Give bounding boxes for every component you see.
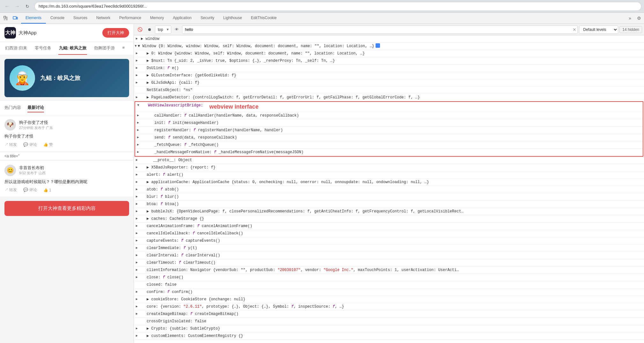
hot-tab-1[interactable]: 热门内容: [4, 104, 21, 112]
expand-atob-icon[interactable]: ▶: [136, 187, 138, 192]
tab-lighthouse[interactable]: Lighthouse: [219, 13, 246, 24]
expand-custom-elements-icon[interactable]: ▶: [136, 333, 138, 338]
expand-clear-immediate-icon[interactable]: ▶: [136, 246, 138, 250]
console-line-caches[interactable]: ▶ ▶ caches: CacheStorage {}: [134, 215, 644, 223]
expand-dsulnk-icon[interactable]: ▶: [136, 66, 138, 70]
device-toggle-icon[interactable]: [11, 14, 20, 23]
console-line-dsulnk[interactable]: ▶ DsUlink: f e(): [134, 65, 644, 72]
console-line-proto[interactable]: ▶ __proto__: Object: [134, 157, 644, 164]
expand-caches-icon[interactable]: ▶: [136, 216, 138, 221]
console-line-call-handler[interactable]: ▶ callHandler: f callHandler(handlerName…: [135, 112, 643, 119]
expand-0-icon[interactable]: ▶: [136, 51, 138, 56]
tab-application[interactable]: Application: [168, 13, 196, 24]
open-app-bottom-button[interactable]: 打开大神查看更多精彩内容: [4, 201, 129, 216]
expand-clear-timeout-icon[interactable]: ▶: [136, 260, 138, 265]
expand-proto-icon[interactable]: ▶: [136, 158, 138, 162]
filter-clear-button[interactable]: ✕: [573, 27, 576, 32]
console-line-register-handler[interactable]: ▶ registerHandler: f registerHandler(han…: [135, 127, 643, 134]
tab-console[interactable]: Console: [46, 13, 69, 24]
post-like-1[interactable]: 👍 赞: [43, 142, 53, 147]
console-line-core[interactable]: ▶ core: {version: "2.6.11", prototype: {…: [134, 303, 644, 311]
console-line-gl-sdk[interactable]: ▶ ▶ GLJsSdkApi: {call: f}: [134, 79, 644, 87]
console-line-webview-bridge[interactable]: ▶ WebViewJavascriptBridge: webview inter…: [135, 102, 643, 112]
tab-editthiscookie[interactable]: EditThisCookie: [246, 13, 281, 24]
expand-bubble-jsx-icon[interactable]: ▶: [136, 209, 138, 214]
console-line-cookie-store[interactable]: ▶ ▶ cookieStore: CookieStore {onchange: …: [134, 296, 644, 303]
clear-console-button[interactable]: 🚫: [136, 25, 144, 34]
expand-nuxt-icon[interactable]: ▶: [136, 58, 138, 63]
tab-network[interactable]: Network: [92, 13, 115, 24]
expand-core-icon[interactable]: ▶: [136, 304, 138, 309]
expand-gl-sdk-icon[interactable]: ▶: [136, 80, 138, 85]
console-line-window[interactable]: ▶ ▶ window: [134, 35, 644, 43]
tab-sources[interactable]: Sources: [69, 13, 92, 24]
console-line-crypto[interactable]: ▶ ▶ Crypto: {subtle: SubtleCrypto}: [134, 325, 644, 332]
console-line-nuxt[interactable]: ▶ ▶ $nuxt: Tn {_uid: 2, _isVue: true, $o…: [134, 57, 644, 65]
post-comment-2[interactable]: 💬 评论: [23, 187, 37, 193]
expand-alert-icon[interactable]: ▶: [136, 172, 138, 177]
eye-filter-button[interactable]: 👁: [172, 25, 181, 34]
console-line-cancel-idle[interactable]: ▶ cancelIdleCallback: f cancelIdleCallba…: [134, 230, 644, 237]
hot-tab-2[interactable]: 最新讨论: [27, 104, 44, 112]
game-tab-more[interactable]: ≡: [122, 42, 126, 55]
game-tab-3[interactable]: 九鲲: 岐风之旅: [58, 42, 87, 55]
expand-cookie-store-icon[interactable]: ▶: [136, 297, 138, 302]
expand-call-handler-icon[interactable]: ▶: [137, 113, 139, 118]
expand-register-handler-icon[interactable]: ▶: [137, 128, 139, 132]
console-line-handle-msg[interactable]: ▶ _handleMessageFromNative: f _handleMes…: [135, 149, 643, 156]
filter-input[interactable]: [182, 25, 578, 34]
open-app-header-button[interactable]: 打开大神: [102, 28, 129, 38]
forward-button[interactable]: →: [13, 2, 22, 11]
game-tab-2[interactable]: 零号任务: [34, 42, 52, 55]
expand-crypto-icon[interactable]: ▶: [136, 326, 138, 331]
expand-app-cache-icon[interactable]: ▶: [136, 180, 138, 184]
expand-send-icon[interactable]: ▶: [137, 135, 139, 140]
console-line-0[interactable]: ▶ ▶ 0: Window {window: Window, self: Win…: [134, 50, 644, 57]
console-line-confirm[interactable]: ▶ confirm: f confirm(): [134, 289, 644, 296]
expand-clear-interval-icon[interactable]: ▶: [136, 253, 138, 258]
console-line-create-image[interactable]: ▶ createImageBitmap: f createImageBitmap…: [134, 311, 644, 318]
console-line-x5bad[interactable]: ▶ ▶ X5BadJsReporter: {report: f}: [134, 164, 644, 171]
expand-client-info-icon[interactable]: ▶: [136, 268, 138, 272]
expand-btoa-icon[interactable]: ▶: [136, 202, 138, 206]
console-line-capture-events[interactable]: ▶ captureEvents: f captureEvents(): [134, 237, 644, 245]
expand-webview-icon[interactable]: ▶: [136, 104, 141, 106]
console-line-atob[interactable]: ▶ atob: f atob(): [134, 186, 644, 193]
console-line-blur[interactable]: ▶ blur: f blur(): [134, 193, 644, 201]
console-line-alert[interactable]: ▶ alert: f alert(): [134, 171, 644, 179]
post-share-1[interactable]: ↗ 转发: [4, 142, 17, 147]
context-selector[interactable]: top: [155, 25, 171, 34]
console-line-pageload[interactable]: ▶ ▶ PageLoadDetector: {controlLogSwitch:…: [134, 94, 644, 101]
console-line-btoa[interactable]: ▶ btoa: f btoa(): [134, 201, 644, 208]
console-line-fetch-queue[interactable]: ▶ _fetchQueue: f _fetchQueue(): [135, 141, 643, 149]
expand-gl-custom-icon[interactable]: ▶: [136, 73, 138, 78]
expand-window-icon[interactable]: ▶: [136, 36, 138, 41]
post-comment-1[interactable]: 💬 评论: [23, 142, 37, 147]
expand-close-icon[interactable]: ▶: [136, 275, 138, 280]
console-line-init[interactable]: ▶ init: f init(messageHandler): [135, 119, 643, 127]
console-line-window-obj[interactable]: ▶ ▼ Window {0: Window, window: Window, s…: [134, 43, 644, 50]
game-tab-1[interactable]: 幻西游:归来: [4, 42, 28, 55]
expand-window-obj-icon[interactable]: ▶: [134, 45, 138, 47]
expand-confirm-icon[interactable]: ▶: [136, 289, 138, 294]
expand-cancel-animation-icon[interactable]: ▶: [136, 224, 138, 228]
tab-elements[interactable]: Elements: [21, 13, 46, 24]
inspect-element-icon[interactable]: [1, 14, 10, 23]
console-line-custom-elements[interactable]: ▶ ▶ customElements: CustomElementRegistr…: [134, 332, 644, 340]
console-line-close[interactable]: ▶ close: f close(): [134, 274, 644, 281]
tab-performance[interactable]: Performance: [115, 13, 146, 24]
address-bar[interactable]: https://m.ds.163.com/square/63ea17eec8dc…: [34, 2, 641, 11]
refresh-button[interactable]: ↻: [23, 2, 32, 11]
expand-x5bad-icon[interactable]: ▶: [136, 165, 138, 170]
console-line-clear-timeout[interactable]: ▶ clearTimeout: f clearTimeout(): [134, 259, 644, 267]
tab-memory[interactable]: Memory: [146, 13, 168, 24]
console-line-gl-custom[interactable]: ▶ ▶ GLCustomInterface: {getGodlikeUid: f…: [134, 72, 644, 79]
expand-blur-icon[interactable]: ▶: [136, 194, 138, 199]
expand-pageload-icon[interactable]: ▶: [136, 95, 138, 100]
console-line-send[interactable]: ▶ send: f send(data, responseCallback): [135, 134, 643, 141]
console-line-cancel-animation[interactable]: ▶ cancelAnimationFrame: f cancelAnimatio…: [134, 223, 644, 230]
expand-fetch-queue-icon[interactable]: ▶: [137, 142, 139, 147]
console-line-client-info[interactable]: ▶ clientInformation: Navigator {vendorSu…: [134, 267, 644, 274]
expand-capture-events-icon[interactable]: ▶: [136, 238, 138, 243]
devtools-settings-button[interactable]: ⚙: [635, 14, 644, 23]
